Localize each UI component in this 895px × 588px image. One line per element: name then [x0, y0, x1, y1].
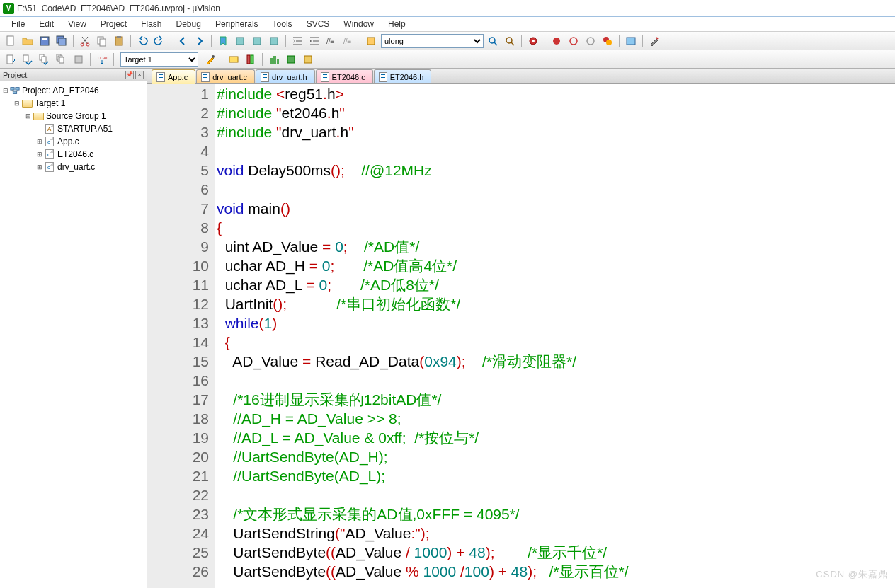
- download-button[interactable]: LOAD: [94, 52, 110, 67]
- code-line[interactable]: UartInit(); /*串口初始化函数*/: [217, 294, 895, 313]
- menu-project[interactable]: Project: [93, 18, 134, 30]
- cut-button[interactable]: [77, 33, 93, 49]
- new-file-button[interactable]: [3, 33, 18, 49]
- code-content[interactable]: #include <reg51.h>#include "et2046.h"#in…: [215, 84, 895, 588]
- uncomment-button[interactable]: //≡: [341, 33, 356, 49]
- bookmark-prev-button[interactable]: [232, 33, 248, 49]
- tree-file[interactable]: ⊞ET2046.c: [1, 148, 145, 161]
- menu-svcs[interactable]: SVCS: [300, 18, 337, 30]
- batch-build-button[interactable]: [54, 52, 69, 67]
- tree-file[interactable]: ⊞drv_uart.c: [1, 161, 145, 173]
- tree-toggle-icon[interactable]: ⊟: [24, 113, 33, 120]
- panel-pin-button[interactable]: 📌: [125, 71, 134, 79]
- code-line[interactable]: {: [217, 333, 895, 352]
- menu-edit[interactable]: Edit: [32, 18, 61, 30]
- save-all-button[interactable]: [54, 33, 69, 49]
- panel-close-button[interactable]: ×: [135, 71, 144, 79]
- tree-toggle-icon[interactable]: ⊞: [35, 163, 44, 171]
- manage-rtx-button[interactable]: [266, 52, 282, 67]
- comment-button[interactable]: //≡: [324, 33, 339, 49]
- translate-button[interactable]: [3, 52, 18, 67]
- paste-button[interactable]: [111, 33, 127, 49]
- tab-App-c[interactable]: App.c: [152, 69, 195, 84]
- find-button[interactable]: [364, 33, 380, 49]
- code-line[interactable]: //UartSendByte(AD_H);: [217, 447, 895, 466]
- breakpoint-kill-button[interactable]: [600, 33, 615, 49]
- tree-file[interactable]: STARTUP.A51: [1, 122, 145, 135]
- menu-tools[interactable]: Tools: [266, 18, 300, 30]
- tree-root[interactable]: ⊟ Project: AD_ET2046: [1, 84, 145, 97]
- menu-window[interactable]: Window: [336, 18, 381, 30]
- indent-button[interactable]: [290, 33, 305, 49]
- pack-installer-button[interactable]: [300, 52, 316, 67]
- target-select[interactable]: Target 1: [120, 52, 198, 67]
- code-line[interactable]: #include "drv_uart.h": [217, 122, 895, 142]
- copy-button[interactable]: [94, 33, 110, 49]
- code-line[interactable]: [217, 142, 895, 161]
- find-combo[interactable]: ulong: [381, 34, 484, 48]
- code-line[interactable]: {: [217, 218, 895, 237]
- code-line[interactable]: //AD_L = AD_Value & 0xff; /*按位与*/: [217, 428, 895, 447]
- tree-toggle-icon[interactable]: ⊟: [1, 87, 10, 94]
- build-button[interactable]: [20, 52, 35, 67]
- redo-button[interactable]: [152, 33, 167, 49]
- code-line[interactable]: //UartSendByte(AD_L);: [217, 466, 895, 485]
- code-line[interactable]: //AD_H = AD_Value >> 8;: [217, 409, 895, 428]
- project-tree[interactable]: ⊟ Project: AD_ET2046 ⊟ Target 1 ⊟ Source…: [0, 81, 147, 588]
- code-line[interactable]: /*16进制显示采集的12bitAD值*/: [217, 390, 895, 409]
- bookmark-button[interactable]: [215, 33, 231, 49]
- tree-toggle-icon[interactable]: ⊟: [13, 100, 21, 107]
- tree-target[interactable]: ⊟ Target 1: [1, 97, 145, 110]
- code-line[interactable]: void main(): [217, 199, 895, 218]
- tree-toggle-icon[interactable]: ⊞: [35, 138, 44, 145]
- bookmark-clear-button[interactable]: [266, 33, 282, 49]
- incremental-find-button[interactable]: [502, 33, 518, 49]
- breakpoint-enable-button[interactable]: [566, 33, 581, 49]
- tree-group[interactable]: ⊟ Source Group 1: [1, 110, 145, 122]
- file-ext-button[interactable]: [226, 52, 241, 67]
- code-line[interactable]: [217, 371, 895, 390]
- tab-drv_uart-c[interactable]: drv_uart.c: [196, 69, 255, 83]
- menu-view[interactable]: View: [61, 18, 93, 30]
- nav-forward-button[interactable]: [192, 33, 207, 49]
- rebuild-button[interactable]: [37, 52, 52, 67]
- find-in-files-button[interactable]: [485, 33, 501, 49]
- tab-ET2046-h[interactable]: ET2046.h: [374, 69, 432, 83]
- menu-peripherals[interactable]: Peripherals: [208, 18, 266, 30]
- code-area[interactable]: 1234567891011121314151617181920212223242…: [147, 84, 895, 588]
- code-line[interactable]: uint AD_Value = 0; /*AD值*/: [217, 237, 895, 256]
- code-line[interactable]: uchar AD_H = 0; /*AD值高4位*/: [217, 256, 895, 275]
- code-line[interactable]: UartSendByte((AD_Value % 1000 /100) + 48…: [217, 562, 895, 581]
- menu-flash[interactable]: Flash: [134, 18, 169, 30]
- outdent-button[interactable]: [307, 33, 322, 49]
- code-line[interactable]: while(1): [217, 313, 895, 333]
- code-line[interactable]: #include <reg51.h>: [217, 84, 895, 103]
- bookmark-next-button[interactable]: [249, 33, 265, 49]
- breakpoint-insert-button[interactable]: [549, 33, 564, 49]
- code-line[interactable]: /*文本形式显示采集的AD值,0xFFF = 4095*/: [217, 505, 895, 524]
- open-file-button[interactable]: [20, 33, 35, 49]
- nav-back-button[interactable]: [175, 33, 190, 49]
- save-button[interactable]: [37, 33, 52, 49]
- code-line[interactable]: void Delay500ms(); //@12MHz: [217, 161, 895, 180]
- undo-button[interactable]: [135, 33, 150, 49]
- code-line[interactable]: AD_Value = Read_AD_Data(0x94); /*滑动变阻器*/: [217, 352, 895, 371]
- tab-drv_uart-h[interactable]: drv_uart.h: [256, 69, 315, 83]
- stop-build-button[interactable]: [71, 52, 86, 67]
- select-pack-button[interactable]: [283, 52, 299, 67]
- menu-help[interactable]: Help: [381, 18, 413, 30]
- code-line[interactable]: UartSendByte((AD_Value / 1000) + 48); /*…: [217, 543, 895, 562]
- code-line[interactable]: [217, 180, 895, 199]
- menu-file[interactable]: File: [4, 18, 32, 30]
- configure-button[interactable]: [646, 33, 662, 49]
- breakpoint-disable-button[interactable]: [583, 33, 598, 49]
- tab-ET2046-c[interactable]: ET2046.c: [316, 69, 373, 83]
- code-line[interactable]: #include "et2046.h": [217, 103, 895, 122]
- tree-file[interactable]: ⊞App.c: [1, 135, 145, 148]
- code-line[interactable]: UartSendString("AD_Value:");: [217, 524, 895, 543]
- manage-books-button[interactable]: [243, 52, 258, 67]
- tree-toggle-icon[interactable]: ⊞: [35, 151, 44, 158]
- menu-debug[interactable]: Debug: [169, 18, 208, 30]
- options-button[interactable]: [203, 52, 218, 67]
- window-button[interactable]: [623, 33, 639, 49]
